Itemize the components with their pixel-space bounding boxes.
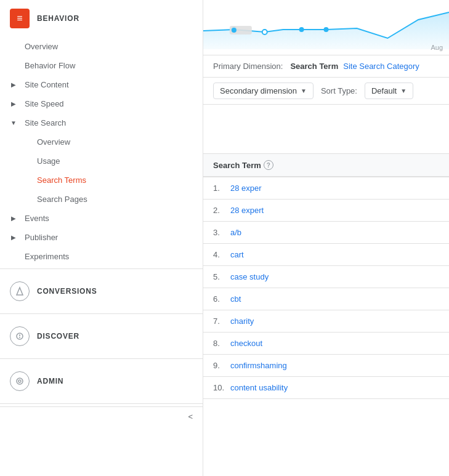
row-number: 6.	[213, 294, 230, 304]
table-row: 1. 28 exper	[203, 177, 449, 200]
table-row: 9. confirmshaming	[203, 355, 449, 377]
nav-item-search-pages[interactable]: Search Pages	[0, 190, 203, 209]
table-row: 5. case study	[203, 266, 449, 288]
search-term-link[interactable]: a/b	[230, 228, 241, 237]
row-number: 8.	[213, 339, 230, 348]
chevron-right-icon	[10, 81, 17, 89]
nav-item-overview[interactable]: Overview	[0, 37, 203, 56]
admin-icon	[10, 371, 30, 391]
chevron-down-icon: ▼	[301, 87, 307, 94]
main-content: Aug Primary Dimension: Search Term Site …	[203, 0, 449, 476]
search-term-link[interactable]: cart	[230, 250, 244, 259]
collapse-button[interactable]: <	[0, 406, 203, 426]
admin-section[interactable]: ADMIN	[0, 361, 203, 401]
behavior-icon	[10, 9, 30, 28]
table-row: 10. content usability	[203, 377, 449, 399]
chevron-right-icon	[10, 215, 17, 222]
svg-point-11	[324, 27, 329, 32]
search-term-column-header: Search Term	[213, 161, 261, 170]
primary-dimension-bar: Primary Dimension: Search Term Site Sear…	[203, 55, 449, 78]
chevron-right-icon	[10, 100, 17, 108]
chevron-down-icon: ▼	[400, 87, 407, 94]
table-body: 1. 28 exper 2. 28 expert 3. a/b 4. cart …	[203, 177, 449, 399]
nav-item-site-content[interactable]: Site Content	[0, 75, 203, 94]
conversions-icon	[10, 281, 30, 301]
svg-point-10	[299, 27, 304, 32]
behavior-title: BEHAVIOR	[37, 14, 79, 23]
table-row: 8. checkout	[203, 333, 449, 355]
table-row: 7. charity	[203, 310, 449, 333]
search-term-link[interactable]: 28 expert	[230, 206, 264, 215]
row-number: 3.	[213, 228, 230, 237]
conversions-section[interactable]: CONVERSIONS	[0, 272, 203, 311]
controls-bar: Secondary dimension ▼ Sort Type: Default…	[203, 78, 449, 105]
sort-type-label: Sort Type:	[321, 86, 357, 95]
table-row: 6. cbt	[203, 288, 449, 310]
nav-item-site-speed[interactable]: Site Speed	[0, 94, 203, 113]
help-icon[interactable]: ?	[264, 160, 273, 170]
search-term-link[interactable]: cbt	[230, 294, 241, 304]
table-top-spacer	[203, 105, 449, 154]
site-search-category-link[interactable]: Site Search Category	[343, 62, 419, 71]
conversions-title: CONVERSIONS	[37, 287, 97, 296]
sidebar: BEHAVIOR Overview Behavior Flow Site Con…	[0, 0, 203, 476]
search-term-link[interactable]: charity	[230, 317, 254, 326]
row-number: 1.	[213, 184, 230, 193]
row-number: 5.	[213, 272, 230, 281]
table-row: 2. 28 expert	[203, 200, 449, 222]
sidebar-divider3	[0, 358, 203, 359]
search-term-link[interactable]: case study	[230, 272, 269, 281]
discover-section[interactable]: DISCOVER	[0, 317, 203, 356]
svg-point-9	[232, 28, 237, 33]
row-number: 4.	[213, 250, 230, 259]
nav-item-search-terms[interactable]: Search Terms	[0, 171, 203, 190]
primary-dimension-label: Primary Dimension:	[213, 62, 283, 71]
table-row: 4. cart	[203, 244, 449, 266]
primary-active-dimension: Search Term	[290, 62, 338, 71]
table-header: Search Term ?	[203, 154, 449, 177]
row-number: 10.	[213, 383, 230, 392]
secondary-dimension-dropdown[interactable]: Secondary dimension ▼	[213, 83, 313, 99]
search-term-link[interactable]: 28 exper	[230, 184, 262, 193]
sidebar-divider4	[0, 403, 203, 404]
discover-title: DISCOVER	[37, 332, 79, 341]
sort-default-dropdown[interactable]: Default ▼	[365, 83, 413, 99]
search-term-link[interactable]: confirmshaming	[230, 361, 287, 370]
line-chart	[203, 6, 449, 49]
svg-point-4	[17, 378, 23, 384]
nav-item-behavior-flow[interactable]: Behavior Flow	[0, 56, 203, 75]
chevron-right-icon	[10, 234, 17, 241]
sidebar-divider2	[0, 313, 203, 314]
behavior-section-header: BEHAVIOR	[0, 0, 203, 37]
nav-item-search-overview[interactable]: Overview	[0, 132, 203, 151]
nav-item-events[interactable]: Events	[0, 209, 203, 228]
table-row: 3. a/b	[203, 222, 449, 244]
svg-marker-0	[17, 288, 23, 295]
search-term-link[interactable]: checkout	[230, 339, 262, 348]
nav-item-site-search[interactable]: Site Search	[0, 113, 203, 132]
discover-icon	[10, 326, 30, 346]
nav-item-experiments[interactable]: Experiments	[0, 247, 203, 266]
nav-item-usage[interactable]: Usage	[0, 151, 203, 171]
chart-area: Aug	[203, 0, 449, 55]
nav-item-publisher[interactable]: Publisher	[0, 228, 203, 247]
chart-aug-label: Aug	[431, 44, 443, 51]
row-number: 7.	[213, 317, 230, 326]
row-number: 9.	[213, 361, 230, 370]
row-number: 2.	[213, 206, 230, 215]
svg-point-7	[262, 30, 267, 34]
search-term-link[interactable]: content usability	[230, 383, 288, 392]
sidebar-divider	[0, 268, 203, 269]
svg-point-3	[19, 337, 20, 338]
admin-title: ADMIN	[37, 377, 63, 385]
svg-point-5	[18, 380, 21, 382]
chevron-down-icon	[10, 119, 17, 127]
